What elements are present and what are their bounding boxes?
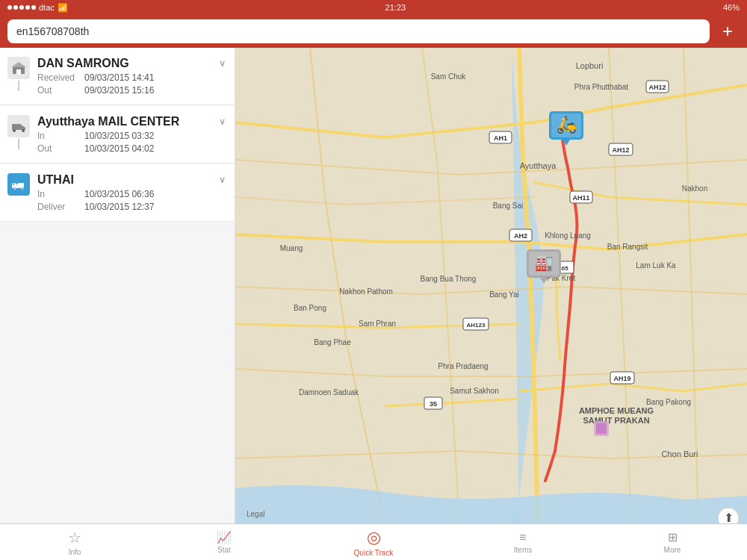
svg-text:Phra Pradaeng: Phra Pradaeng bbox=[438, 362, 488, 370]
tracking-item-1[interactable]: DAN SAMRONG ∨ Received 09/03/2015 14:41 … bbox=[0, 48, 235, 105]
svg-text:AH1: AH1 bbox=[494, 134, 507, 142]
svg-point-5 bbox=[13, 129, 16, 132]
svg-rect-58 bbox=[596, 423, 607, 434]
tab-quicktrack-label: Quick Track bbox=[354, 549, 394, 557]
svg-text:SAMUT PRAKAN: SAMUT PRAKAN bbox=[583, 416, 649, 425]
svg-text:Nakhon Pathom: Nakhon Pathom bbox=[339, 287, 393, 296]
add-tracking-button[interactable]: + bbox=[716, 19, 740, 43]
stat-icon: 📈 bbox=[217, 530, 232, 544]
svg-text:Muang: Muang bbox=[280, 244, 303, 252]
item2-detail-2: Out 10/03/2015 04:02 bbox=[37, 143, 226, 154]
more-icon: ⊞ bbox=[668, 530, 678, 544]
svg-text:AMPHOE MUEANG: AMPHOE MUEANG bbox=[579, 406, 654, 415]
timeline-line bbox=[18, 139, 19, 149]
chevron-icon: ∨ bbox=[219, 175, 226, 185]
timeline-line bbox=[18, 81, 19, 91]
tab-items[interactable]: ≡ Items bbox=[448, 524, 598, 560]
svg-text:Damnoen Saduak: Damnoen Saduak bbox=[299, 388, 359, 396]
svg-text:Bang Phae: Bang Phae bbox=[314, 338, 351, 346]
svg-text:Ban Pong: Ban Pong bbox=[294, 304, 326, 312]
svg-text:Lam Luk Ka: Lam Luk Ka bbox=[636, 261, 676, 270]
svg-marker-4 bbox=[21, 125, 25, 130]
svg-text:🏭: 🏭 bbox=[535, 254, 554, 272]
svg-text:AH19: AH19 bbox=[613, 375, 630, 382]
status-bar: dtac 📶 21:23 46% bbox=[0, 0, 747, 15]
tracking-item-3[interactable]: UTHAI ∨ In 10/03/2015 06:36 Deliver 10/0… bbox=[0, 164, 235, 222]
nav-bar: en156708708th + bbox=[0, 15, 747, 48]
tab-quicktrack[interactable]: ◎ Quick Track bbox=[299, 524, 448, 560]
tab-info[interactable]: ☆ Info bbox=[0, 524, 149, 560]
items-icon: ≡ bbox=[519, 531, 526, 544]
item3-title: UTHAI ∨ bbox=[37, 173, 226, 187]
svg-marker-1 bbox=[11, 62, 26, 67]
carrier-name: dtac bbox=[39, 3, 55, 12]
svg-text:⬆: ⬆ bbox=[724, 511, 734, 523]
carrier-signal bbox=[7, 5, 36, 10]
svg-text:Bang Pakong: Bang Pakong bbox=[646, 398, 691, 406]
svg-text:Bang Bua Thong: Bang Bua Thong bbox=[421, 275, 477, 283]
svg-text:Lopburi: Lopburi bbox=[576, 61, 604, 70]
item1-title: DAN SAMRONG ∨ bbox=[37, 57, 226, 70]
svg-rect-3 bbox=[12, 124, 21, 130]
svg-text:Ayutthaya: Ayutthaya bbox=[520, 161, 557, 170]
item2-title: Ayutthaya MAIL CENTER ∨ bbox=[37, 115, 226, 128]
svg-text:Chon Buri: Chon Buri bbox=[662, 449, 698, 458]
svg-point-11 bbox=[22, 188, 24, 190]
item1-detail-2: Out 09/03/2015 15:16 bbox=[37, 85, 226, 96]
tracking-number-value: en156708708th bbox=[16, 25, 89, 37]
status-left: dtac 📶 bbox=[7, 3, 68, 13]
svg-text:AH12: AH12 bbox=[612, 146, 629, 154]
chevron-icon: ∨ bbox=[219, 116, 226, 127]
svg-text:Legal: Legal bbox=[247, 510, 264, 518]
truck-icon bbox=[7, 115, 30, 137]
svg-text:Sam Chuk: Sam Chuk bbox=[431, 72, 467, 81]
battery-level: 46% bbox=[723, 3, 740, 12]
tab-stat[interactable]: 📈 Stat bbox=[149, 524, 299, 560]
tab-bar: ☆ Info 📈 Stat ◎ Quick Track ≡ Items ⊞ Mo… bbox=[0, 523, 747, 560]
tab-more[interactable]: ⊞ More bbox=[598, 524, 747, 560]
status-time: 21:23 bbox=[385, 3, 406, 12]
tab-items-label: Items bbox=[514, 546, 532, 554]
svg-marker-10 bbox=[19, 183, 24, 185]
item2-detail-1: In 10/03/2015 03:32 bbox=[37, 131, 226, 141]
svg-text:Khlong Luang: Khlong Luang bbox=[545, 231, 591, 240]
tab-stat-label: Stat bbox=[217, 546, 231, 554]
svg-text:Phra Phutthabat: Phra Phutthabat bbox=[574, 83, 628, 91]
main-content: DAN SAMRONG ∨ Received 09/03/2015 14:41 … bbox=[0, 48, 747, 523]
chevron-icon: ∨ bbox=[219, 58, 226, 69]
svg-point-6 bbox=[22, 129, 25, 132]
quicktrack-icon: ◎ bbox=[367, 528, 381, 547]
item3-detail-1: In 10/03/2015 06:36 bbox=[37, 189, 226, 199]
map-view[interactable]: AH1 AH12 AH12 AH11 AH2 305 AH123 35 bbox=[235, 48, 747, 523]
warehouse-icon bbox=[7, 57, 30, 79]
svg-text:AH11: AH11 bbox=[572, 194, 589, 202]
item1-detail-1: Received 09/03/2015 14:41 bbox=[37, 72, 226, 83]
delivery-icon bbox=[7, 173, 30, 196]
svg-text:AH12: AH12 bbox=[648, 84, 666, 91]
svg-text:Nakhon: Nakhon bbox=[682, 184, 707, 193]
svg-text:🛵: 🛵 bbox=[557, 114, 577, 134]
tracking-item-2[interactable]: Ayutthaya MAIL CENTER ∨ In 10/03/2015 03… bbox=[0, 106, 235, 164]
svg-text:AH123: AH123 bbox=[467, 322, 486, 329]
svg-text:Bang Sai: Bang Sai bbox=[493, 202, 524, 210]
tracking-list: DAN SAMRONG ∨ Received 09/03/2015 14:41 … bbox=[0, 48, 235, 523]
info-icon: ☆ bbox=[68, 529, 81, 547]
item3-detail-2: Deliver 10/03/2015 12:37 bbox=[37, 202, 226, 212]
tab-more-label: More bbox=[664, 546, 681, 554]
tracking-number-input[interactable]: en156708708th bbox=[7, 19, 710, 43]
svg-text:Bang Yai: Bang Yai bbox=[489, 290, 519, 299]
svg-text:35: 35 bbox=[430, 400, 437, 408]
tab-info-label: Info bbox=[69, 548, 81, 556]
svg-point-8 bbox=[14, 188, 16, 190]
svg-text:Sam Phran: Sam Phran bbox=[359, 320, 396, 328]
svg-rect-2 bbox=[16, 69, 21, 74]
wifi-icon: 📶 bbox=[58, 3, 68, 13]
svg-text:Samut Sakhon: Samut Sakhon bbox=[450, 387, 499, 395]
svg-text:Ban Rangsit: Ban Rangsit bbox=[607, 243, 648, 251]
svg-text:AH2: AH2 bbox=[514, 232, 527, 240]
